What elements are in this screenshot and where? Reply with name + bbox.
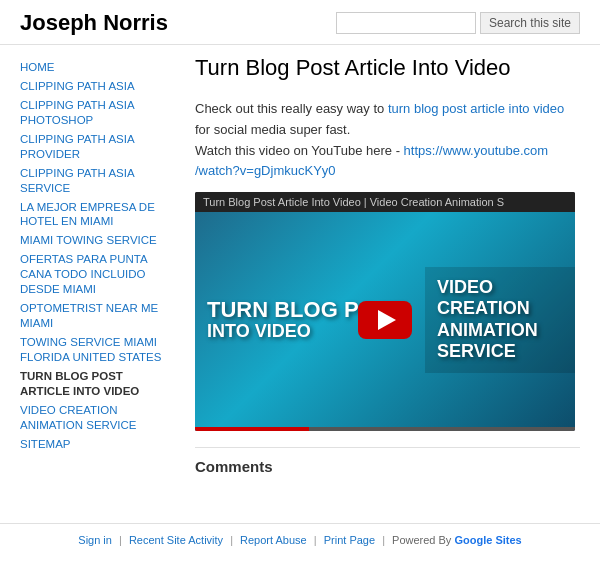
sidebar-link-home[interactable]: HOME xyxy=(20,60,175,75)
sidebar-link-clipping-path-asia-provider[interactable]: CLIPPING PATH ASIA PROVIDER xyxy=(20,132,175,162)
footer-sep2: | xyxy=(230,534,233,546)
site-header: Joseph Norris Search this site xyxy=(0,0,600,45)
nav-list: HOMECLIPPING PATH ASIACLIPPING PATH ASIA… xyxy=(20,60,175,452)
sidebar-item-sitemap[interactable]: SITEMAP xyxy=(20,437,175,452)
sidebar-link-towing-service-miami[interactable]: TOWING SERVICE MIAMI FLORIDA UNITED STAT… xyxy=(20,335,175,365)
play-button[interactable] xyxy=(358,301,412,339)
sidebar-item-clipping-path-asia-photoshop[interactable]: CLIPPING PATH ASIA PHOTOSHOP xyxy=(20,98,175,128)
video-service-text: VIDEO CREATION ANIMATION SERVICE xyxy=(437,277,563,363)
sidebar-item-home[interactable]: HOME xyxy=(20,60,175,75)
sidebar-item-video-creation[interactable]: VIDEO CREATION ANIMATION SERVICE xyxy=(20,403,175,433)
sidebar-link-clipping-path-asia-photoshop[interactable]: CLIPPING PATH ASIA PHOTOSHOP xyxy=(20,98,175,128)
sidebar-item-clipping-path-asia-provider[interactable]: CLIPPING PATH ASIA PROVIDER xyxy=(20,132,175,162)
comments-title: Comments xyxy=(195,458,580,475)
search-input[interactable] xyxy=(336,12,476,34)
site-title: Joseph Norris xyxy=(20,10,168,36)
content-text-3: Watch this video on YouTube here - xyxy=(195,143,404,158)
sidebar-item-towing-service-miami[interactable]: TOWING SERVICE MIAMI FLORIDA UNITED STAT… xyxy=(20,335,175,365)
content-para1: Check out this really easy way to turn b… xyxy=(195,99,580,141)
sidebar-item-ofertas-punta-cana[interactable]: OFERTAS PARA PUNTA CANA TODO INCLUIDO DE… xyxy=(20,252,175,297)
sidebar-link-video-creation[interactable]: VIDEO CREATION ANIMATION SERVICE xyxy=(20,403,175,433)
footer-google-sites[interactable]: Google Sites xyxy=(454,534,521,546)
play-icon xyxy=(378,310,396,330)
video-embed[interactable]: Turn Blog Post Article Into Video | Vide… xyxy=(195,192,575,431)
sidebar-link-optometrist-near-me[interactable]: OPTOMETRIST NEAR ME MIAMI xyxy=(20,301,175,331)
content-body: Check out this really easy way to turn b… xyxy=(195,99,580,182)
footer-sep1: | xyxy=(119,534,122,546)
video-title-bar: Turn Blog Post Article Into Video | Vide… xyxy=(195,192,575,212)
footer-report-abuse[interactable]: Report Abuse xyxy=(240,534,307,546)
main-content: Turn Blog Post Article Into Video Check … xyxy=(195,55,580,483)
video-progress-fill xyxy=(195,427,309,431)
sidebar-item-turn-blog-post: TURN BLOG POST ARTICLE INTO VIDEO xyxy=(20,369,175,399)
video-right-text-area: VIDEO CREATION ANIMATION SERVICE xyxy=(425,267,575,373)
content-text-2: for social media super fast. xyxy=(195,122,350,137)
sidebar-item-miami-towing-service[interactable]: MIAMI TOWING SERVICE xyxy=(20,233,175,248)
page-footer: Sign in | Recent Site Activity | Report … xyxy=(0,523,600,556)
sidebar-link-la-mejor-empresa[interactable]: LA MEJOR EMPRESA DE HOTEL EN MIAMI xyxy=(20,200,175,230)
footer-signin[interactable]: Sign in xyxy=(78,534,112,546)
sidebar-link-sitemap[interactable]: SITEMAP xyxy=(20,437,175,452)
sidebar-item-la-mejor-empresa[interactable]: LA MEJOR EMPRESA DE HOTEL EN MIAMI xyxy=(20,200,175,230)
footer-recent-activity[interactable]: Recent Site Activity xyxy=(129,534,223,546)
search-button[interactable]: Search this site xyxy=(480,12,580,34)
comments-section: Comments xyxy=(195,447,580,475)
article-link[interactable]: turn blog post article into video xyxy=(388,101,564,116)
sidebar: HOMECLIPPING PATH ASIACLIPPING PATH ASIA… xyxy=(20,55,175,483)
search-form: Search this site xyxy=(336,12,580,34)
sidebar-link-ofertas-punta-cana[interactable]: OFERTAS PARA PUNTA CANA TODO INCLUIDO DE… xyxy=(20,252,175,297)
sidebar-item-clipping-path-asia-service[interactable]: CLIPPING PATH ASIA SERVICE xyxy=(20,166,175,196)
page-layout: HOMECLIPPING PATH ASIACLIPPING PATH ASIA… xyxy=(0,45,600,493)
sidebar-link-clipping-path-asia[interactable]: CLIPPING PATH ASIA xyxy=(20,79,175,94)
sidebar-item-clipping-path-asia[interactable]: CLIPPING PATH ASIA xyxy=(20,79,175,94)
video-progress-bar-container xyxy=(195,427,575,431)
page-title: Turn Blog Post Article Into Video xyxy=(195,55,580,85)
footer-sep3: | xyxy=(314,534,317,546)
footer-print-page[interactable]: Print Page xyxy=(324,534,375,546)
sidebar-link-miami-towing-service[interactable]: MIAMI TOWING SERVICE xyxy=(20,233,175,248)
footer-sep4: | xyxy=(382,534,385,546)
content-text-1: Check out this really easy way to xyxy=(195,101,388,116)
sidebar-link-clipping-path-asia-service[interactable]: CLIPPING PATH ASIA SERVICE xyxy=(20,166,175,196)
sidebar-link-turn-blog-post: TURN BLOG POST ARTICLE INTO VIDEO xyxy=(20,369,175,399)
footer-powered-by: Powered By xyxy=(392,534,451,546)
content-para2: Watch this video on YouTube here - https… xyxy=(195,141,580,183)
video-thumbnail[interactable]: TURN BLOG POST INTO VIDEO VIDEO CREATION… xyxy=(195,212,575,427)
sidebar-item-optometrist-near-me[interactable]: OPTOMETRIST NEAR ME MIAMI xyxy=(20,301,175,331)
